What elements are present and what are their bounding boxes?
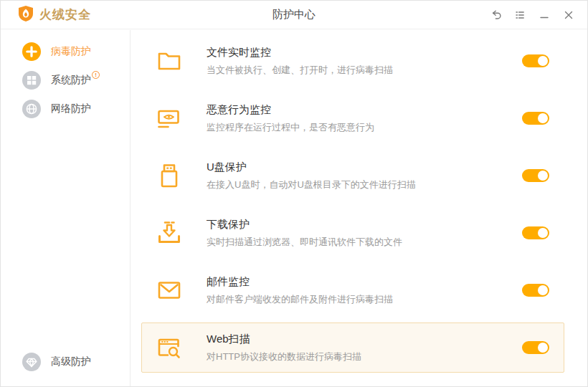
sidebar-item-label: 病毒防护 xyxy=(51,45,91,58)
log-list-icon[interactable] xyxy=(510,6,530,24)
protection-feature-list: 文件实时监控 当文件被执行、创建、打开时，进行病毒扫描 恶意行为监控 监控程序在… xyxy=(131,30,587,386)
feature-title: 恶意行为监控 xyxy=(207,103,522,117)
undo-icon[interactable] xyxy=(485,6,506,24)
toggle-mail-monitor[interactable] xyxy=(522,284,549,297)
feature-text: 文件实时监控 当文件被执行、创建、打开时，进行病毒扫描 xyxy=(207,46,522,77)
sidebar: 病毒防护 系统防护! 网络防护 xyxy=(1,30,131,386)
feature-title: Web扫描 xyxy=(207,333,522,346)
sidebar-item-virus-protection[interactable]: 病毒防护 xyxy=(1,37,130,66)
feature-title: 下载保护 xyxy=(207,218,522,231)
feature-desc: 实时扫描通过浏览器、即时通讯软件下载的文件 xyxy=(207,236,522,249)
feature-desc: 在接入U盘时，自动对U盘根目录下的文件进行扫描 xyxy=(207,178,522,191)
sidebar-item-system-protection[interactable]: 系统防护! xyxy=(1,66,130,95)
toggle-knob xyxy=(538,285,548,295)
feature-row-behavior-monitor[interactable]: 恶意行为监控 监控程序在运行过程中，是否有恶意行为 xyxy=(141,93,564,143)
mail-icon xyxy=(156,277,182,303)
monitor-eye-icon xyxy=(156,105,182,131)
feature-text: Web扫描 对HTTP协议接收的数据进行病毒扫描 xyxy=(207,333,522,363)
toggle-knob xyxy=(538,228,548,238)
close-icon[interactable] xyxy=(559,6,579,24)
feature-title: 文件实时监控 xyxy=(207,46,522,59)
toggle-knob xyxy=(538,171,548,181)
window-controls xyxy=(485,6,587,24)
feature-title: U盘保护 xyxy=(207,161,522,174)
feature-row-web-scan[interactable]: Web扫描 对HTTP协议接收的数据进行病毒扫描 xyxy=(141,322,564,373)
feature-desc: 对HTTP协议接收的数据进行病毒扫描 xyxy=(207,350,522,363)
system-grid-icon xyxy=(22,71,41,90)
toggle-web-scan[interactable] xyxy=(522,341,549,354)
toggle-file-monitor[interactable] xyxy=(522,54,549,67)
toggle-usb-protection[interactable] xyxy=(522,169,549,182)
feature-text: U盘保护 在接入U盘时，自动对U盘根目录下的文件进行扫描 xyxy=(207,161,522,191)
toggle-knob xyxy=(538,113,548,123)
sidebar-item-label: 系统防护! xyxy=(51,74,100,87)
network-globe-icon xyxy=(22,100,41,118)
virus-shield-icon xyxy=(22,42,41,61)
shield-flame-icon xyxy=(18,5,34,25)
folder-icon xyxy=(156,48,182,74)
app-name: 火绒安全 xyxy=(39,6,91,23)
feature-desc: 当文件被执行、创建、打开时，进行病毒扫描 xyxy=(207,64,522,77)
feature-row-usb-protection[interactable]: U盘保护 在接入U盘时，自动对U盘根目录下的文件进行扫描 xyxy=(141,150,564,201)
toggle-knob xyxy=(538,56,548,66)
titlebar: 火绒安全 防护中心 xyxy=(1,1,587,29)
feature-text: 邮件监控 对邮件客户端收发的邮件及附件进行病毒扫描 xyxy=(207,275,522,306)
sidebar-item-network-protection[interactable]: 网络防护 xyxy=(1,95,130,123)
feature-title: 邮件监控 xyxy=(207,275,522,289)
feature-text: 恶意行为监控 监控程序在运行过程中，是否有恶意行为 xyxy=(207,103,522,134)
app-logo: 火绒安全 xyxy=(1,5,91,25)
toggle-behavior-monitor[interactable] xyxy=(522,112,549,125)
feature-desc: 对邮件客户端收发的邮件及附件进行病毒扫描 xyxy=(207,293,522,306)
sidebar-item-label: 高级防护 xyxy=(51,355,91,368)
usb-drive-icon xyxy=(156,163,182,188)
download-icon xyxy=(156,220,182,246)
feature-row-download-protection[interactable]: 下载保护 实时扫描通过浏览器、即时通讯软件下载的文件 xyxy=(141,208,564,258)
toggle-download-protection[interactable] xyxy=(522,226,549,239)
minimize-icon[interactable] xyxy=(534,6,554,24)
toggle-knob xyxy=(538,343,548,353)
advanced-diamond-icon xyxy=(22,353,41,371)
feature-desc: 监控程序在运行过程中，是否有恶意行为 xyxy=(207,121,522,134)
sidebar-item-label: 网络防护 xyxy=(51,102,91,115)
web-scan-icon xyxy=(156,335,182,360)
sidebar-item-advanced-protection[interactable]: 高级防护 xyxy=(1,348,130,376)
feature-row-mail-monitor[interactable]: 邮件监控 对邮件客户端收发的邮件及附件进行病毒扫描 xyxy=(141,265,564,315)
feature-row-file-monitor[interactable]: 文件实时监控 当文件被执行、创建、打开时，进行病毒扫描 xyxy=(141,36,564,86)
alert-badge: ! xyxy=(92,71,100,79)
feature-text: 下载保护 实时扫描通过浏览器、即时通讯软件下载的文件 xyxy=(207,218,522,249)
